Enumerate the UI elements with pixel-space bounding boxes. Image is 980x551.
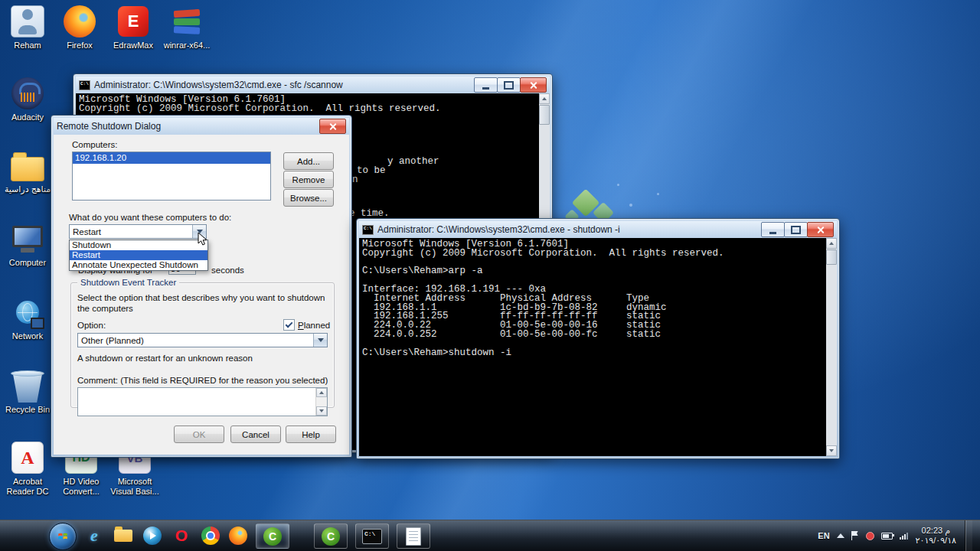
add-button[interactable]: Add... xyxy=(283,152,334,170)
taskbar-explorer[interactable] xyxy=(112,526,135,546)
close-icon xyxy=(816,226,825,234)
edrawmax-icon: E xyxy=(118,6,149,37)
cancel-button[interactable]: Cancel xyxy=(230,425,281,443)
action-dropdown-list: Shutdown Restart Annotate Unexpected Shu… xyxy=(69,240,208,271)
winrar-icon xyxy=(169,5,204,38)
computers-listbox[interactable]: 192.168.1.20 xyxy=(72,152,271,201)
title-bar[interactable]: C:\ Administrator: C:\Windows\system32\c… xyxy=(76,77,550,93)
desktop-icon-acrobat[interactable]: A Acrobat Reader DC xyxy=(2,441,54,497)
taskbar-media-player[interactable] xyxy=(141,526,164,546)
scroll-up-button[interactable] xyxy=(539,93,550,104)
title-bar[interactable]: C:\ Administrator: C:\Windows\system32\c… xyxy=(359,221,837,238)
action-value: Restart xyxy=(70,225,192,238)
help-button[interactable]: Help xyxy=(286,425,336,443)
dropdown-option-annotate[interactable]: Annotate Unexpected Shutdown xyxy=(70,260,207,270)
chrome-icon xyxy=(201,527,220,545)
hidden-icons-button[interactable] xyxy=(837,533,844,538)
desktop-icon-firefox[interactable]: Firefox xyxy=(54,5,106,51)
desktop-icon-network[interactable]: Network xyxy=(2,295,54,341)
action-combobox[interactable]: Restart xyxy=(69,224,207,239)
clock[interactable]: 02:23 م ٢٠١٩/٠٩/١٨ xyxy=(916,526,956,546)
show-desktop-button[interactable] xyxy=(965,520,972,551)
minimize-icon xyxy=(769,232,776,234)
recycle-bin-icon xyxy=(15,370,41,401)
desktop-icon-audacity[interactable]: Audacity xyxy=(2,77,54,122)
browse-button[interactable]: Browse... xyxy=(283,189,334,207)
desktop-icon-label: HD Video Convert... xyxy=(55,477,107,497)
close-button[interactable] xyxy=(319,119,346,134)
desktop-icon-winrar[interactable]: winrar-x64... xyxy=(161,5,213,51)
dropdown-option-shutdown[interactable]: Shutdown xyxy=(70,240,207,250)
planned-checkbox[interactable]: Planned xyxy=(283,319,330,331)
planned-label: Planned xyxy=(298,321,330,330)
scroll-down-button[interactable] xyxy=(316,406,327,416)
ok-button[interactable]: OK xyxy=(174,425,224,443)
taskbar-window-cmd[interactable]: C:\ xyxy=(355,523,389,549)
scroll-up-button[interactable] xyxy=(316,388,327,397)
desktop-icon-label: Computer xyxy=(2,258,54,268)
acrobat-logo-letter: A xyxy=(21,448,34,468)
desktop-icon-computer[interactable]: Computer xyxy=(2,222,54,268)
opera-icon: O xyxy=(175,527,188,545)
wallpaper-sparkle xyxy=(629,204,632,207)
minimize-button[interactable] xyxy=(761,222,785,237)
dialog-body: Computers: 192.168.1.20 Add... Remove Br… xyxy=(54,135,349,455)
dropdown-option-restart[interactable]: Restart xyxy=(70,250,207,260)
desktop-icon-label: EdrawMax xyxy=(107,41,159,51)
arrow-up-icon xyxy=(542,97,547,100)
close-button[interactable] xyxy=(520,77,547,93)
scroll-up-button[interactable] xyxy=(826,238,837,249)
group-title: Shutdown Event Tracker xyxy=(77,278,179,287)
tray-time: 02:23 م xyxy=(916,526,956,536)
desktop-icon-reham[interactable]: Reham xyxy=(2,5,54,51)
taskbar-window-camtasia-1[interactable]: C xyxy=(256,523,289,549)
edraw-logo-letter: E xyxy=(128,11,139,31)
taskbar-window-document[interactable] xyxy=(397,523,430,549)
close-button[interactable] xyxy=(807,222,834,237)
console-text-fragment: y another xyxy=(387,158,439,167)
system-tray: EN 02:23 م ٢٠١٩/٠٩/١٨ xyxy=(818,520,972,551)
desktop-icon-edrawmax[interactable]: E EdrawMax xyxy=(107,5,159,51)
desktop-icon-study-folder[interactable]: مناهج دراسية xyxy=(2,148,54,194)
scrollbar-thumb[interactable] xyxy=(539,105,550,125)
minimize-button[interactable] xyxy=(474,77,498,93)
desktop-icon-label: Network xyxy=(2,331,54,341)
reason-combobox[interactable]: Other (Planned) xyxy=(77,333,328,347)
maximize-button[interactable] xyxy=(784,222,808,237)
document-icon xyxy=(406,527,421,546)
cmd-icon: C:\ xyxy=(79,80,90,90)
maximize-button[interactable] xyxy=(497,77,521,93)
taskbar-window-camtasia-2[interactable]: C xyxy=(314,523,348,549)
internet-explorer-icon: e xyxy=(90,526,98,546)
comment-scrollbar[interactable] xyxy=(315,388,327,416)
scrollbar-thumb[interactable] xyxy=(826,249,837,265)
scrollbar[interactable] xyxy=(826,238,837,456)
taskbar: e O C C C:\ EN 02:23 م ٢٠١٩/٠٩/١٨ xyxy=(0,520,980,551)
wallpaper-sparkle xyxy=(617,184,619,186)
start-button[interactable] xyxy=(49,523,77,550)
scroll-down-button[interactable] xyxy=(826,445,837,456)
cmd-window-shutdown: C:\ Administrator: C:\Windows\system32\c… xyxy=(356,218,840,459)
language-indicator[interactable]: EN xyxy=(818,531,829,540)
notification-icon[interactable] xyxy=(866,532,874,540)
network-icon[interactable] xyxy=(900,533,909,540)
computer-icon xyxy=(10,222,45,256)
comment-input[interactable] xyxy=(78,388,315,416)
taskbar-opera[interactable]: O xyxy=(170,526,193,546)
battery-icon[interactable] xyxy=(881,533,893,540)
remove-button[interactable]: Remove xyxy=(283,171,334,188)
window-title: Administrator: C:\Windows\system32\cmd.e… xyxy=(94,80,343,90)
taskbar-internet-explorer[interactable]: e xyxy=(83,526,106,546)
taskbar-chrome[interactable] xyxy=(199,526,222,546)
taskbar-firefox[interactable] xyxy=(227,526,250,546)
maximize-icon xyxy=(791,226,801,234)
action-center-icon[interactable] xyxy=(851,531,859,540)
desktop-icon-recycle-bin[interactable]: Recycle Bin xyxy=(2,369,54,415)
computer-list-item[interactable]: 192.168.1.20 xyxy=(73,152,270,164)
console-text-fragment: to be xyxy=(357,167,386,176)
reason-value: Other (Planned) xyxy=(78,334,313,347)
title-bar[interactable]: Remote Shutdown Dialog xyxy=(54,118,349,135)
combo-dropdown-button[interactable] xyxy=(313,334,327,347)
desktop-icon-label: Microsoft Visual Basi... xyxy=(109,477,161,497)
wallpaper-sparkle xyxy=(657,193,659,195)
